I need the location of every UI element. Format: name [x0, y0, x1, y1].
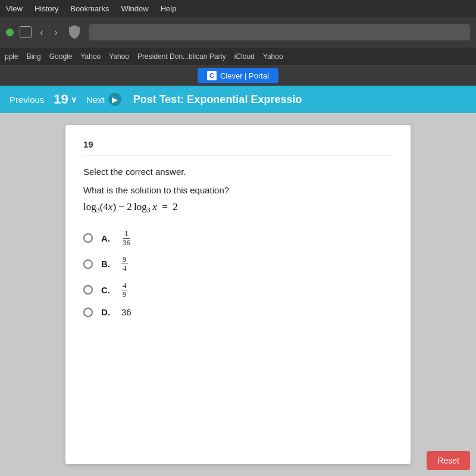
option-a-label: A. [101, 233, 113, 243]
next-label: Next [86, 95, 105, 105]
shield-icon [66, 23, 83, 42]
option-c-value: 4 9 [121, 281, 128, 299]
option-d-label: D. [101, 307, 113, 317]
radio-b[interactable] [83, 259, 93, 269]
bookmark-yahoo1[interactable]: Yahoo [80, 52, 101, 61]
menu-history[interactable]: History [35, 4, 58, 13]
nav-back-button[interactable]: ‹ [37, 26, 46, 39]
option-c[interactable]: C. 4 9 [83, 281, 393, 299]
equation: log3(4x) − 2 log3 x = 2 [83, 201, 393, 215]
main-content: 19 Select the correct answer. What is th… [0, 113, 476, 476]
tab-icon [20, 26, 32, 38]
reset-button-container: Reset [421, 445, 476, 476]
radio-c[interactable] [83, 285, 93, 295]
radio-d[interactable] [83, 308, 93, 317]
chevron-down-icon: ∨ [71, 95, 77, 104]
bookmarks-bar: pple Bing Google Yahoo Yahoo President D… [0, 48, 476, 65]
next-circle-icon: ▶ [108, 93, 121, 106]
bookmark-google[interactable]: Google [49, 52, 73, 61]
menu-help[interactable]: Help [161, 4, 177, 13]
option-c-label: C. [101, 285, 113, 295]
radio-a[interactable] [83, 233, 93, 243]
browser-chrome: ‹ › [0, 17, 476, 48]
option-a[interactable]: A. 1 36 [83, 229, 393, 247]
bookmark-icloud[interactable]: iCloud [234, 52, 255, 61]
question-number: 19 [83, 139, 393, 156]
question-instruction: Select the correct answer. [83, 167, 393, 177]
quiz-title: Post Test: Exponential Expressio [133, 93, 466, 106]
tab-bar: C Clever | Portal [0, 65, 476, 86]
previous-button[interactable]: Previous [10, 95, 44, 105]
bookmark-apple[interactable]: pple [5, 52, 18, 61]
clever-icon: C [207, 71, 217, 80]
answer-options: A. 1 36 B. 9 4 [83, 229, 393, 317]
bookmark-yahoo3[interactable]: Yahoo [263, 52, 283, 61]
option-b-value: 9 4 [121, 255, 128, 273]
option-d-value: 36 [121, 307, 131, 317]
tab-label: Clever | Portal [220, 71, 269, 80]
question-number-value: 19 [54, 92, 68, 107]
menu-bookmarks[interactable]: Bookmarks [70, 4, 109, 13]
traffic-light-green [6, 29, 14, 36]
menu-view[interactable]: View [6, 4, 23, 13]
option-a-value: 1 36 [121, 229, 131, 247]
nav-forward-button[interactable]: › [52, 26, 60, 39]
option-b-label: B. [101, 259, 113, 269]
quiz-toolbar: Previous 19 ∨ Next ▶ Post Test: Exponent… [0, 86, 476, 113]
bookmark-yahoo2[interactable]: Yahoo [109, 52, 129, 61]
address-bar[interactable] [89, 24, 470, 40]
question-number-selector[interactable]: 19 ∨ [54, 92, 76, 107]
menu-window[interactable]: Window [121, 4, 148, 13]
reset-button[interactable]: Reset [427, 451, 470, 470]
next-button[interactable]: Next ▶ [86, 93, 121, 106]
question-prompt: What is the solution to this equation? [83, 185, 393, 195]
active-tab[interactable]: C Clever | Portal [198, 68, 278, 83]
bookmark-president[interactable]: President Don...blican Party [137, 52, 226, 61]
option-b[interactable]: B. 9 4 [83, 255, 393, 273]
option-d[interactable]: D. 36 [83, 307, 393, 317]
bookmark-bing[interactable]: Bing [27, 52, 41, 61]
question-card: 19 Select the correct answer. What is th… [65, 125, 411, 464]
menu-bar: View History Bookmarks Window Help [0, 0, 476, 17]
